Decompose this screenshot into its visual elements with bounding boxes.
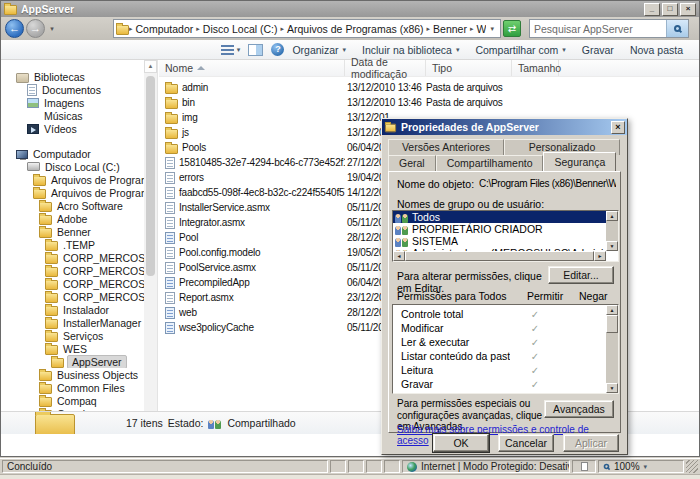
group-list-item[interactable]: SISTEMA — [393, 235, 606, 247]
sidebar-tree-item[interactable]: Músicas — [1, 109, 157, 122]
apply-button[interactable]: Aplicar — [563, 434, 619, 452]
back-button[interactable]: ← — [5, 19, 24, 38]
file-name-cell: PrecompiledApp — [159, 277, 345, 289]
sidebar-tree-item[interactable]: Arquivos de Programas — [1, 173, 157, 186]
dialog-tab[interactable]: Versões Anteriores — [388, 139, 504, 155]
tree-item-icon — [27, 162, 40, 171]
close-button[interactable]: × — [680, 3, 696, 16]
help-icon[interactable]: ? — [271, 43, 284, 56]
sidebar-tree-item[interactable]: Acro Software — [1, 199, 157, 212]
sidebar-tree-item[interactable]: Bibliotecas — [1, 70, 157, 83]
address-dropdown-icon[interactable]: ▾ — [486, 25, 498, 33]
explorer-titlebar[interactable]: AppServer _ □ × — [1, 1, 699, 17]
resize-grip[interactable] — [686, 460, 698, 473]
file-row[interactable]: bin 13/12/2010 13:46 Pasta de arquivos — [159, 95, 699, 110]
sidebar-tree-item[interactable]: InstallerManager — [1, 316, 157, 329]
toolbar-button[interactable]: Organizar ▾ — [284, 41, 354, 59]
sidebar-tree-item[interactable]: AppServer — [1, 355, 157, 368]
recent-pages-dropdown-icon[interactable]: ▾ — [47, 25, 57, 33]
tree-item-icon — [51, 358, 64, 368]
ok-button[interactable]: OK — [433, 434, 489, 452]
advanced-button[interactable]: Avançadas — [544, 400, 614, 418]
sidebar-tree-item[interactable]: CORP_MERCOSUL_TESTE. — [1, 290, 157, 303]
sidebar-tree-item[interactable]: Documentos — [1, 83, 157, 96]
breadcrumb-segment[interactable]: Disco Local (C:) — [200, 23, 281, 35]
search-button[interactable] — [666, 20, 688, 37]
tree-item-label: Documentos — [42, 84, 101, 96]
toolbar-button[interactable]: Gravar ▾ — [574, 41, 622, 59]
breadcrumb-segment[interactable]: Benner — [430, 23, 470, 35]
scroll-right-icon[interactable]: ► — [594, 251, 606, 261]
group-list-item[interactable]: Todos — [393, 211, 606, 223]
scroll-left-icon[interactable]: ◄ — [393, 251, 405, 261]
dialog-tab[interactable]: Geral — [388, 155, 436, 171]
tree-item-icon — [33, 176, 46, 186]
breadcrumb-segment[interactable]: Computador — [133, 23, 197, 35]
search-input[interactable] — [530, 23, 666, 35]
dialog-close-icon[interactable]: × — [611, 121, 625, 134]
permission-row: Ler & executar ✓ — [393, 335, 606, 349]
sidebar-tree-item[interactable]: Benner — [1, 225, 157, 238]
preview-pane-icon[interactable] — [248, 44, 263, 56]
permission-label: Gravar — [393, 378, 510, 390]
toolbar-button[interactable]: Compartilhar com ▾ — [467, 41, 573, 59]
maximize-button[interactable]: □ — [662, 3, 678, 16]
column-header-size[interactable]: Tamanho — [512, 60, 559, 76]
forward-button[interactable]: → — [26, 19, 45, 38]
scrollbar-thumb[interactable] — [146, 76, 155, 276]
sidebar-scrollbar[interactable]: ▲ ▼ — [144, 60, 157, 434]
edit-button[interactable]: Editar... — [548, 266, 614, 284]
dialog-tab[interactable]: Compartilhamento — [436, 155, 544, 171]
dialog-titlebar[interactable]: Propriedades de AppServer × — [382, 119, 627, 135]
toolbar-button[interactable]: Nova pasta ▾ — [622, 41, 691, 59]
sidebar-tree-item[interactable]: CORP_MERCOSUL.Reports — [1, 264, 157, 277]
cancel-button[interactable]: Cancelar — [498, 434, 554, 452]
scroll-down-icon[interactable]: ▼ — [606, 241, 618, 251]
scrollbar-thumb[interactable] — [405, 251, 594, 261]
refresh-button[interactable]: ⇄ — [503, 20, 521, 37]
scroll-up-icon[interactable]: ▲ — [606, 211, 618, 221]
address-bar[interactable]: ▸ Computador ▸ Disco Local (C:) ▸ Arquiv… — [113, 19, 501, 38]
breadcrumb-segment[interactable]: Arquivos de Programas (x86) — [284, 23, 427, 35]
scroll-up-icon[interactable]: ▲ — [144, 60, 157, 73]
sidebar-tree-item[interactable]: Compaq — [1, 394, 157, 407]
sidebar-tree-item[interactable]: Common Files — [1, 381, 157, 394]
sidebar-tree-item[interactable]: Imagens — [1, 96, 157, 109]
sidebar-tree-item[interactable]: Computador — [1, 147, 157, 160]
sidebar-tree-item[interactable]: Arquivos de Programas (x86) — [1, 186, 157, 199]
globe-icon — [407, 462, 417, 472]
sidebar-tree-item[interactable]: Business Objects — [1, 368, 157, 381]
dialog-tab[interactable]: Segurança — [543, 152, 616, 171]
views-button[interactable]: ▾ — [221, 45, 241, 55]
tree-item-icon — [39, 202, 52, 212]
tree-item-icon — [27, 124, 39, 134]
column-header-name[interactable]: Nome — [159, 60, 345, 76]
names-vertical-scrollbar[interactable]: ▲ ▼ — [606, 211, 618, 251]
names-horizontal-scrollbar[interactable]: ◄ ► — [393, 251, 606, 261]
file-name-cell: js — [159, 127, 345, 139]
scroll-down-icon[interactable]: ▼ — [606, 383, 618, 393]
statusbar-zoom[interactable]: 100% ▾ — [598, 460, 684, 473]
sidebar-tree-item[interactable]: Disco Local (C:) — [1, 160, 157, 173]
sidebar-tree-item[interactable]: Adobe — [1, 212, 157, 225]
group-name: SISTEMA — [412, 235, 458, 247]
file-name: Pool — [179, 232, 198, 243]
sidebar-tree-item[interactable]: Instalador — [1, 303, 157, 316]
column-header-date[interactable]: Data de modificação — [345, 60, 426, 76]
sidebar-tree-item[interactable]: Vídeos — [1, 122, 157, 135]
scrollbar-thumb[interactable] — [606, 315, 618, 333]
sidebar-tree-item[interactable]: Serviços — [1, 329, 157, 342]
column-header-type[interactable]: Tipo — [426, 60, 512, 76]
group-list-item[interactable]: PROPRIETÁRIO CRIADOR — [393, 223, 606, 235]
tree-item-icon — [45, 280, 58, 290]
sidebar-tree-item[interactable]: CORP_MERCOSUL_TESTE — [1, 277, 157, 290]
file-row[interactable]: admin 13/12/2010 13:46 Pasta de arquivos — [159, 80, 699, 95]
minimize-button[interactable]: _ — [644, 3, 660, 16]
permissions-vertical-scrollbar[interactable]: ▲ ▼ — [606, 305, 618, 393]
scroll-up-icon[interactable]: ▲ — [606, 305, 618, 315]
sidebar-tree-item[interactable]: WES — [1, 342, 157, 355]
breadcrumb-segment[interactable]: WES — [473, 23, 486, 35]
tree-item-icon — [45, 267, 58, 277]
sidebar-tree-item[interactable]: CORP_MERCOSUL — [1, 251, 157, 264]
sidebar-tree-item[interactable]: .TEMP — [1, 238, 157, 251]
